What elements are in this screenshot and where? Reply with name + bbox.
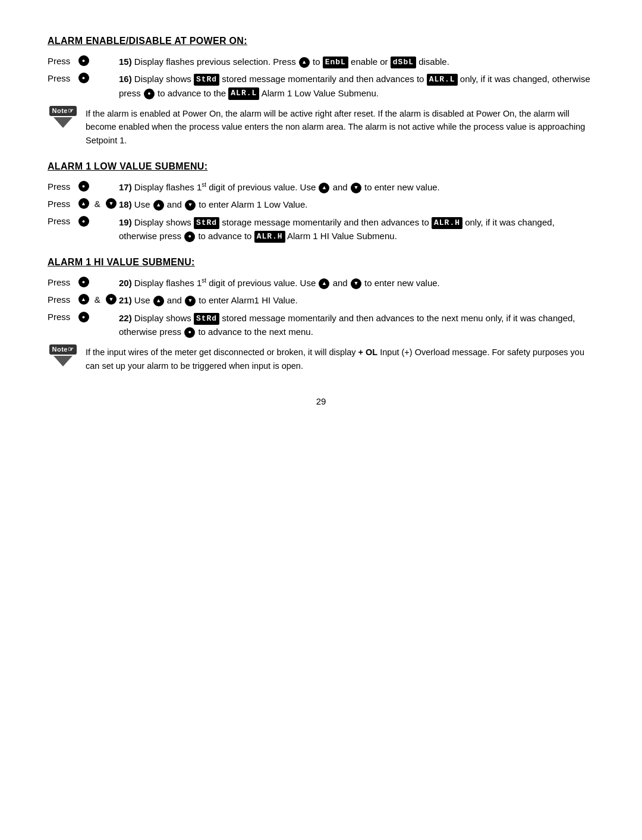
lcd-strd-19: StRd xyxy=(194,217,219,229)
press-row-22: Press 22) Display shows StRd stored mess… xyxy=(48,311,594,339)
down-button-18b xyxy=(185,200,196,211)
up-button-21b xyxy=(153,296,164,306)
press-content-21: 21) Use and to enter Alarm1 HI Value. xyxy=(119,293,594,307)
press-text-17: Press xyxy=(48,181,70,192)
lcd-alrh-19b: ALR.H xyxy=(254,231,285,243)
enter-button-16b xyxy=(144,89,155,99)
press-label-18: Press & xyxy=(48,198,119,209)
press-label-17: Press xyxy=(48,180,119,192)
lcd-alrh-19: ALR.H xyxy=(432,217,462,229)
down-button-21 xyxy=(106,294,117,305)
press-row-17: Press 17) Display flashes 1st digit of p… xyxy=(48,180,594,194)
section-alarm-1-hi: ALARM 1 HI VALUE SUBMENU: Press 20) Disp… xyxy=(48,257,594,372)
press-text-19: Press xyxy=(48,216,70,226)
up-button-18b xyxy=(153,200,164,211)
note-icon-1: Note☞ xyxy=(48,106,78,128)
note-box-1: Note☞ If the alarm is enabled at Power O… xyxy=(48,106,594,147)
press-content-16: 16) Display shows StRd stored message mo… xyxy=(119,72,594,100)
press-row-15: Press 15) Display flashes previous selec… xyxy=(48,55,594,68)
press-content-20: 20) Display flashes 1st digit of previou… xyxy=(119,276,594,290)
note-text-1: If the alarm is enabled at Power On, the… xyxy=(86,106,594,147)
down-button-20 xyxy=(351,278,361,289)
press-row-19: Press 19) Display shows StRd storage mes… xyxy=(48,215,594,243)
up-button-20 xyxy=(319,278,329,289)
press-label-21: Press & xyxy=(48,293,119,305)
down-button-18 xyxy=(106,198,117,209)
lcd-alrl-16: ALR.L xyxy=(427,74,458,86)
press-text-16: Press xyxy=(48,73,70,83)
press-label-19: Press xyxy=(48,215,119,227)
press-text-18: Press xyxy=(48,199,70,209)
note-icon-2: Note☞ xyxy=(48,344,78,366)
press-row-21: Press & 21) Use and to enter Alarm1 HI V… xyxy=(48,293,594,307)
press-content-22: 22) Display shows StRd stored message mo… xyxy=(119,311,594,339)
down-button-21b xyxy=(185,296,196,306)
press-text-21: Press xyxy=(48,294,70,305)
lcd-enbl: EnbL xyxy=(323,57,348,68)
press-content-18: 18) Use and to enter Alarm 1 Low Value. xyxy=(119,198,594,211)
lcd-alrl-16b: ALR.L xyxy=(228,87,259,99)
enter-button-17 xyxy=(78,181,89,192)
up-button-17 xyxy=(319,183,329,193)
enter-button-19b xyxy=(184,231,195,242)
press-content-15: 15) Display flashes previous selection. … xyxy=(119,55,594,68)
enter-button-16 xyxy=(78,73,89,83)
section-title-alarm-1-hi: ALARM 1 HI VALUE SUBMENU: xyxy=(48,257,594,268)
press-text-20: Press xyxy=(48,277,70,287)
note-box-2: Note☞ If the input wires of the meter ge… xyxy=(48,344,594,372)
section-alarm-enable-disable: ALARM ENABLE/DISABLE AT POWER ON: Press … xyxy=(48,36,594,147)
press-text-15: Press xyxy=(48,56,70,66)
up-button-18 xyxy=(78,198,89,209)
up-button-15 xyxy=(299,57,310,68)
note-text-2: If the input wires of the meter get disc… xyxy=(86,344,594,372)
note-label-1: Note☞ xyxy=(49,106,77,116)
lcd-strd-22: StRd xyxy=(194,313,219,325)
up-button-21 xyxy=(78,294,89,305)
enter-button-15 xyxy=(78,55,89,66)
enter-button-20 xyxy=(78,277,89,287)
press-row-16: Press 16) Display shows StRd stored mess… xyxy=(48,72,594,100)
enter-button-22b xyxy=(184,327,195,338)
section-title-alarm-1-low: ALARM 1 LOW VALUE SUBMENU: xyxy=(48,161,594,172)
press-label-15: Press xyxy=(48,55,119,66)
down-button-17 xyxy=(351,183,361,193)
page-number: 29 xyxy=(48,396,594,406)
press-label-22: Press xyxy=(48,311,119,322)
section-alarm-1-low: ALARM 1 LOW VALUE SUBMENU: Press 17) Dis… xyxy=(48,161,594,243)
note-triangle-1 xyxy=(54,117,73,128)
press-row-20: Press 20) Display flashes 1st digit of p… xyxy=(48,276,594,290)
press-content-19: 19) Display shows StRd storage message m… xyxy=(119,215,594,243)
press-content-17: 17) Display flashes 1st digit of previou… xyxy=(119,180,594,194)
enter-button-19 xyxy=(78,216,89,227)
press-text-22: Press xyxy=(48,312,70,322)
lcd-dsbl: dSbL xyxy=(391,57,416,68)
press-label-20: Press xyxy=(48,276,119,287)
section-title-alarm-enable: ALARM ENABLE/DISABLE AT POWER ON: xyxy=(48,36,594,46)
press-row-18: Press & 18) Use and to enter Alarm 1 Low… xyxy=(48,198,594,211)
enter-button-22 xyxy=(78,312,89,322)
note-triangle-2 xyxy=(54,356,73,366)
press-label-16: Press xyxy=(48,72,119,83)
note-label-2: Note☞ xyxy=(49,344,77,355)
lcd-strd-16: StRd xyxy=(194,74,219,86)
